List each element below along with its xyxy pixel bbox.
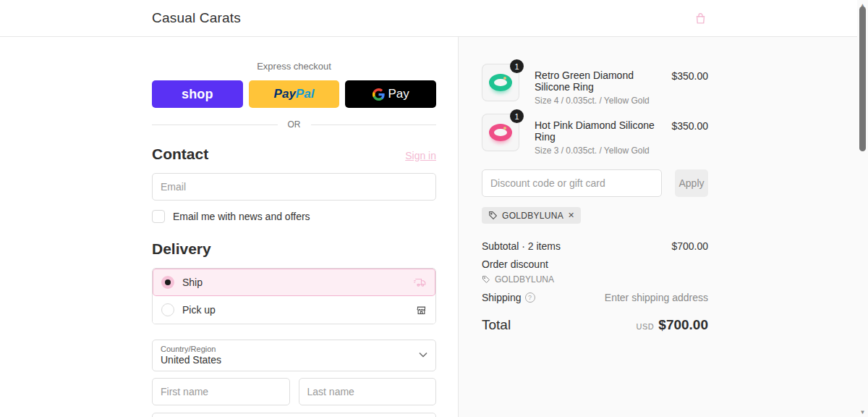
- order-summary-panel: 1 Retro Green Diamond Silicone Ring Size…: [458, 37, 857, 417]
- or-divider: OR: [152, 119, 436, 130]
- line-item: 1 Retro Green Diamond Silicone Ring Size…: [482, 64, 708, 106]
- product-thumbnail: 1: [482, 114, 519, 151]
- truck-icon: [414, 277, 427, 287]
- shopping-bag-icon: [694, 16, 707, 27]
- discount-code-input[interactable]: [482, 169, 662, 197]
- express-checkout-buttons: shop PayPal: [152, 80, 436, 108]
- order-discount-code: GOLDBYLUNA: [482, 274, 708, 285]
- total-label: Total: [482, 317, 511, 333]
- cart-button[interactable]: [694, 12, 707, 25]
- company-input[interactable]: [152, 413, 436, 417]
- express-checkout-label: Express checkout: [152, 61, 436, 72]
- apply-discount-button[interactable]: Apply: [675, 169, 708, 197]
- ship-radio[interactable]: [161, 276, 174, 289]
- pickup-radio[interactable]: [161, 303, 174, 316]
- tag-icon: [482, 275, 490, 284]
- newsletter-checkbox[interactable]: [152, 210, 165, 223]
- google-g-icon: [373, 88, 385, 101]
- applied-discount-chip: GOLDBYLUNA ✕: [482, 207, 581, 224]
- delivery-method-group: Ship Pick up: [152, 268, 436, 324]
- quantity-badge: 1: [510, 59, 524, 73]
- line-item: 1 Hot Pink Diamond Silicone Ring Size 3 …: [482, 114, 708, 156]
- product-title: Hot Pink Diamond Silicone Ring: [535, 119, 665, 143]
- remove-discount-button[interactable]: ✕: [568, 211, 574, 219]
- delivery-option-ship[interactable]: Ship: [153, 269, 435, 296]
- product-variant: Size 4 / 0.035ct. / Yellow Gold: [535, 96, 665, 106]
- shop-pay-logo: shop: [182, 87, 213, 102]
- product-variant: Size 3 / 0.035ct. / Yellow Gold: [535, 146, 665, 156]
- chevron-down-icon: [419, 352, 427, 358]
- currency-code: USD: [637, 322, 655, 331]
- shipping-label: Shipping: [482, 292, 522, 303]
- product-thumbnail: 1: [482, 64, 519, 101]
- country-select-label: Country/Region: [161, 345, 414, 353]
- checkout-form-column: Express checkout shop PayPal: [0, 37, 458, 417]
- scrollbar-thumb[interactable]: [859, 7, 866, 151]
- delivery-heading: Delivery: [152, 240, 436, 258]
- store-icon: [416, 305, 427, 316]
- newsletter-label: Email me with news and offers: [173, 211, 310, 222]
- scrollbar-down-arrow[interactable]: ▼: [857, 407, 868, 417]
- country-select[interactable]: Country/Region United States: [152, 340, 436, 371]
- country-select-value: United States: [161, 354, 414, 366]
- pink-ring-image: [489, 124, 512, 141]
- paypal-button[interactable]: PayPal: [249, 80, 340, 108]
- contact-heading: Contact: [152, 146, 208, 163]
- email-input[interactable]: [152, 173, 436, 201]
- last-name-input[interactable]: [299, 378, 437, 405]
- checkout-page: Casual Carats Express checkout shop: [0, 0, 868, 417]
- ship-label: Ship: [182, 277, 406, 288]
- total-value: $700.00: [658, 317, 708, 333]
- first-name-input[interactable]: [152, 378, 290, 405]
- gpay-label: Pay: [388, 87, 409, 101]
- subtotal-label: Subtotal · 2 items: [482, 240, 561, 252]
- paypal-logo: PayPal: [274, 87, 315, 101]
- sign-in-link[interactable]: Sign in: [405, 150, 436, 161]
- shipping-help-icon[interactable]: ?: [525, 292, 535, 303]
- delivery-option-pickup[interactable]: Pick up: [153, 296, 435, 324]
- product-price: $350.00: [671, 64, 708, 82]
- google-pay-button[interactable]: Pay: [345, 80, 436, 108]
- tag-icon: [488, 211, 498, 220]
- pickup-label: Pick up: [182, 304, 408, 316]
- shop-pay-button[interactable]: shop: [152, 80, 243, 108]
- store-name: Casual Carats: [152, 10, 241, 26]
- product-price: $350.00: [671, 114, 708, 132]
- quantity-badge: 1: [510, 109, 524, 123]
- header: Casual Carats: [0, 0, 857, 37]
- subtotal-value: $700.00: [671, 240, 708, 252]
- shipping-value: Enter shipping address: [605, 292, 708, 303]
- green-ring-image: [489, 74, 512, 91]
- product-title: Retro Green Diamond Silicone Ring: [535, 70, 665, 93]
- order-discount-label: Order discount: [482, 258, 708, 270]
- discount-code-text: GOLDBYLUNA: [502, 211, 563, 221]
- page-scrollbar[interactable]: ▲ ▼: [857, 0, 868, 417]
